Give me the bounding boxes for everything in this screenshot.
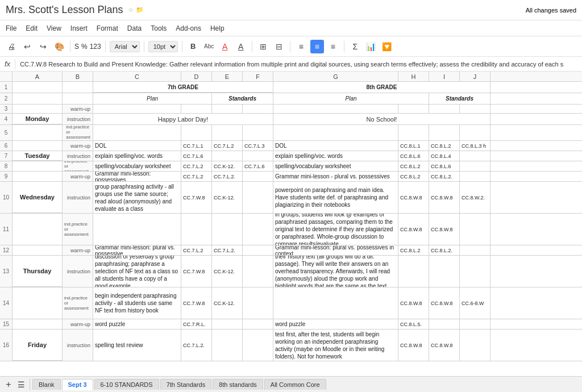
cell-6-c[interactable]: DOL [93,141,181,151]
cell-7-b[interactable]: instruction [63,151,93,161]
cell-13-i[interactable] [429,256,460,287]
cell-14-a[interactable] [13,287,63,319]
cell-16-h[interactable]: CC.8.W.8 [398,330,429,361]
menu-format[interactable]: Format [97,24,118,32]
cell-6-j[interactable]: CC.8.L.3 h [460,141,490,151]
cell-9-b[interactable]: warm-up [63,172,93,181]
cell-14-j[interactable]: CC.6-8.W [460,287,490,319]
tab-all-common-core[interactable]: All Common Core [264,379,326,390]
cell-12-g[interactable]: Grammar mini-lesson: plural vs. possessi… [273,245,398,255]
cell-14-g[interactable] [273,287,398,319]
cell-10-b[interactable]: instruction [63,182,93,213]
menu-edit[interactable]: Edit [26,24,38,32]
cell-11-i[interactable]: CC.8.W.8 [429,214,460,245]
cell-plan-8[interactable]: Plan [273,93,429,104]
cell-8-a[interactable] [13,161,63,171]
cell-9-g[interactable]: Grammar mini-lesson - plural vs. possess… [273,172,398,181]
cell-6-e[interactable]: CC.7.L.2 [212,141,243,151]
cell-14-d[interactable]: CC.7.W.8 [181,287,212,319]
cell-3-e[interactable] [212,105,243,113]
cell-8-i[interactable]: CC.8.L.6 [429,161,460,171]
cell-5-f[interactable] [243,125,273,140]
cell-3-i[interactable] [429,105,460,113]
cell-8-e[interactable]: CC.K-12. [212,161,243,171]
cell-10-d[interactable]: CC.7.W.8 [181,182,212,213]
highlight-btn[interactable]: A [234,40,248,53]
cell-15-a[interactable] [13,319,63,329]
cell-13-f[interactable] [243,256,273,287]
cell-11-e[interactable] [212,214,243,245]
cell-15-f[interactable] [243,319,273,329]
cell-11-g[interactable]: in groups, students will look @ examples… [273,214,398,245]
cell-9-i[interactable]: CC.8.L.2. [429,172,460,181]
cell-8-f[interactable]: CC.7.L.6 [243,161,273,171]
filter-btn[interactable]: 🔽 [380,40,394,53]
col-header-e[interactable]: E [212,72,243,81]
cell-6-h[interactable]: CC.8.L.1 [398,141,429,151]
cell-15-d[interactable]: CC.7.R.L. [181,319,212,329]
cell-8-b[interactable]: ind.practice or assessment [63,161,93,171]
cell-7-j[interactable] [460,151,490,161]
menu-data[interactable]: Data [127,24,142,32]
cell-13-e[interactable]: CC.K-12. [212,256,243,287]
tab-sept3[interactable]: Sept 3 [62,379,93,390]
tab-8th-standards[interactable]: 8th standards [213,379,263,390]
abc-btn[interactable]: Abc [202,40,216,53]
cell-6-g[interactable]: DOL [273,141,398,151]
cell-12-h[interactable]: CC.8.L.2 [398,245,429,255]
undo-btn[interactable]: ↩ [20,40,34,53]
borders-btn[interactable]: ⊞ [256,40,270,53]
cell-5-b[interactable]: ind.practiceorassessment [63,125,93,140]
redo-btn[interactable]: ↪ [36,40,50,53]
cell-14-e[interactable]: CC.K-12. [212,287,243,319]
cell-5-c[interactable] [93,125,181,140]
cell-15-c[interactable]: word puzzle [93,319,181,329]
cell-5-e[interactable] [212,125,243,140]
cell-6-a[interactable] [13,141,63,151]
cell-12-i[interactable]: CC.8.L.2. [429,245,460,255]
cell-3-h[interactable] [398,105,429,113]
cell-1-a[interactable] [13,82,63,93]
cell-monday[interactable]: Monday [13,114,63,124]
cell-7-i[interactable]: CC.8.L.4 [429,151,460,161]
cell-10-i[interactable]: CC.8.W.8 [429,182,460,213]
cell-13-c[interactable]: discussion of yesterday's group paraphra… [93,256,181,287]
cell-11-f[interactable] [243,214,273,245]
cell-16-d[interactable]: CC.7.L.2. [181,330,212,361]
col-header-b[interactable]: B [63,72,93,81]
tab-blank[interactable]: Blank [32,379,61,390]
cell-16-b[interactable]: instruction [63,330,93,361]
cell-7-f[interactable] [243,151,273,161]
font-color-btn[interactable]: A [218,40,232,53]
cell-7th-grade-header[interactable]: 7th GRADE [93,82,273,93]
cell-11-a[interactable] [13,214,63,245]
cell-6-i[interactable]: CC.8.L.2 [429,141,460,151]
cell-14-h[interactable]: CC.8.W.8 [398,287,429,319]
cell-15-e[interactable] [212,319,243,329]
cell-10-h[interactable]: CC.8.W.8 [398,182,429,213]
col-header-c[interactable]: C [93,72,181,81]
cell-11-h[interactable]: CC.8.W.8 [398,214,429,245]
cell-standards-7[interactable]: Standards [212,93,273,104]
align-right-btn[interactable]: ≡ [326,40,340,53]
cell-15-b[interactable]: warm-up [63,319,93,329]
col-header-h[interactable]: H [398,72,429,81]
cell-12-j[interactable] [460,245,490,255]
cell-16-e[interactable] [212,330,243,361]
cell-16-i[interactable]: CC.8.W.8 [429,330,460,361]
cell-10-e[interactable]: CC.K-12. [212,182,243,213]
cell-4-b[interactable]: instruction [63,114,93,124]
cell-15-i[interactable] [429,319,460,329]
cell-2-b[interactable] [63,93,93,104]
align-center-btn[interactable]: ≡ [310,40,324,53]
folder-icon[interactable]: 📁 [136,6,144,14]
cell-11-d[interactable] [181,214,212,245]
cell-13-d[interactable]: CC.7.W.8 [181,256,212,287]
cell-2-a[interactable] [13,93,63,104]
cell-16-f[interactable] [243,330,273,361]
cell-15-g[interactable]: word puzzle [273,319,398,329]
merge-btn[interactable]: ⊟ [272,40,286,53]
cell-9-c[interactable]: Grammar mini-lesson: possessives [93,172,181,181]
cell-5-j[interactable] [460,125,490,140]
cell-happy-labor-day[interactable]: Happy Labor Day! [93,114,273,124]
